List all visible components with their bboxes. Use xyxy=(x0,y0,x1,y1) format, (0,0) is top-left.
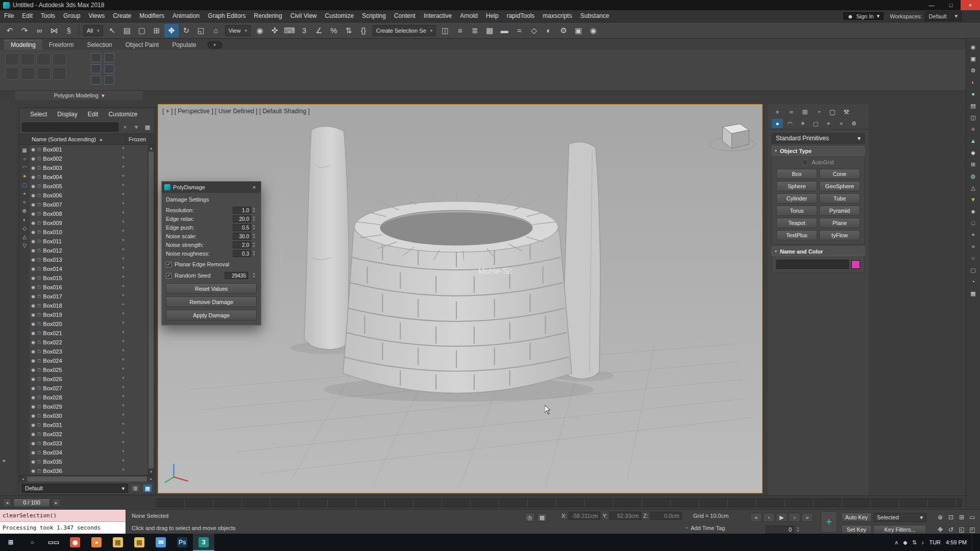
docked-icon-14[interactable]: ▼ xyxy=(969,195,977,204)
maximize-button[interactable]: □ xyxy=(941,0,961,10)
select-by-name-icon[interactable]: ▤ xyxy=(120,24,134,37)
frozen-toggle-icon[interactable]: * xyxy=(122,449,148,456)
zoom-extents-icon[interactable]: ⊡ xyxy=(946,513,956,522)
scene-object-row[interactable]: ◉ □ Box011 * xyxy=(30,237,148,246)
go-to-end-button[interactable]: » xyxy=(801,513,813,522)
scroll-left-icon[interactable]: ◂ xyxy=(19,477,27,481)
primitive-button[interactable]: Teapot xyxy=(776,218,817,228)
visibility-eye-icon[interactable]: ◉ xyxy=(31,349,35,354)
spinner-control[interactable]: ▴ ▾ xyxy=(251,233,257,239)
docked-icon-21[interactable]: ◔ xyxy=(969,278,977,286)
spinner-control[interactable]: ▴ ▾ xyxy=(251,207,257,213)
scene-explorer-toggle-icon[interactable]: ▦ xyxy=(482,24,497,37)
checkbox-unchecked-icon[interactable] xyxy=(802,160,808,165)
ribbon-tool-icon[interactable] xyxy=(53,67,66,80)
menu-item[interactable]: Interactive xyxy=(420,12,456,19)
material-editor-icon[interactable]: ◐ xyxy=(542,24,556,37)
autogrid-checkbox-row[interactable]: AutoGrid xyxy=(776,159,860,165)
add-time-tag[interactable]: Add Time Tag xyxy=(691,525,725,531)
menu-item[interactable]: Arnold xyxy=(456,12,482,19)
coordinate-system-dropdown[interactable]: View▾ xyxy=(225,25,251,36)
ribbon-mini-icon[interactable] xyxy=(91,64,101,73)
visibility-eye-icon[interactable]: ◉ xyxy=(31,441,35,446)
selection-filter-dropdown[interactable]: All▾ xyxy=(83,25,103,36)
viewcube[interactable] xyxy=(709,124,756,151)
frozen-toggle-icon[interactable]: * xyxy=(122,256,148,263)
filter-systems-icon[interactable]: ⚙ xyxy=(21,208,28,214)
menu-item[interactable]: Civil View xyxy=(286,12,321,19)
menu-item[interactable]: Customize xyxy=(321,12,358,19)
primitive-category-dropdown[interactable]: Standard Primitives ▾ xyxy=(772,133,865,143)
primitive-button[interactable]: Plane xyxy=(819,218,860,228)
docked-icon-09[interactable]: ▲ xyxy=(969,137,977,145)
dialog-button[interactable]: Apply Damage xyxy=(166,310,257,320)
visibility-eye-icon[interactable]: ◉ xyxy=(31,358,35,363)
visibility-eye-icon[interactable]: ◉ xyxy=(31,367,35,372)
docked-icon-02[interactable]: ▣ xyxy=(969,55,977,63)
scene-object-row[interactable]: ◉ □ Box034 * xyxy=(30,448,148,457)
auto-key-button[interactable]: Auto Key xyxy=(841,513,872,522)
menu-item[interactable]: rapidTools xyxy=(503,12,539,19)
visibility-eye-icon[interactable]: ◉ xyxy=(31,156,35,161)
frozen-toggle-icon[interactable]: * xyxy=(122,284,148,291)
dialog-button[interactable]: Remove Damage xyxy=(166,296,257,307)
scene-object-row[interactable]: ◉ □ Box008 * xyxy=(30,209,148,218)
rectangular-selection-icon[interactable]: ▢ xyxy=(135,24,149,37)
scene-object-row[interactable]: ◉ □ Box024 * xyxy=(30,356,148,365)
filter-helpers-icon[interactable]: ⌖ xyxy=(21,190,28,197)
frozen-toggle-icon[interactable]: * xyxy=(122,366,148,373)
docked-icon-01[interactable]: ◉ xyxy=(969,43,977,51)
visibility-eye-icon[interactable]: ◉ xyxy=(31,211,35,216)
ribbon-toggle-icon[interactable]: ▬ xyxy=(497,24,511,37)
primitive-button[interactable]: TextPlus xyxy=(776,230,817,240)
scene-object-row[interactable]: ◉ □ Box006 * xyxy=(30,191,148,200)
primitive-button[interactable]: Tube xyxy=(819,193,860,204)
select-and-place-icon[interactable]: ⌂ xyxy=(209,24,223,37)
listener-macro-line[interactable]: clearSelection() xyxy=(0,510,126,522)
polygon-modeling-panel-title[interactable]: Polygon Modeling ▾ xyxy=(15,91,143,100)
previous-frame-arrow[interactable]: ◂ xyxy=(3,498,11,507)
close-icon[interactable]: × xyxy=(250,183,258,191)
visibility-eye-icon[interactable]: ◉ xyxy=(31,422,35,428)
docked-icon-04[interactable]: ◐ xyxy=(969,78,977,86)
value-field[interactable]: 1.0 xyxy=(233,207,251,214)
scene-object-row[interactable]: ◉ □ Box017 * xyxy=(30,292,148,301)
object-name-input[interactable] xyxy=(776,260,849,269)
scene-object-row[interactable]: ◉ □ Box021 * xyxy=(30,329,148,338)
rollout-header[interactable]: ▾ Name and Color xyxy=(772,246,865,256)
filter-containers-icon[interactable]: △ xyxy=(21,234,28,240)
primitive-button[interactable]: Sphere xyxy=(776,181,817,191)
visibility-eye-icon[interactable]: ◉ xyxy=(31,193,35,198)
frozen-toggle-icon[interactable]: * xyxy=(122,348,148,355)
filter-geometry-icon[interactable]: ○ xyxy=(21,156,28,162)
bind-to-space-warp-icon[interactable]: § xyxy=(62,24,76,37)
display-tab-icon[interactable]: ▢ xyxy=(827,107,838,117)
menu-item[interactable]: Substance xyxy=(576,12,614,19)
curve-editor-icon[interactable]: ≈ xyxy=(512,24,526,37)
scroll-down-icon[interactable]: ▾ xyxy=(150,469,152,475)
scene-object-row[interactable]: ◉ □ Box033 * xyxy=(30,439,148,448)
lights-category-icon[interactable]: ☀ xyxy=(797,119,808,128)
maximize-viewport-icon[interactable]: ◰ xyxy=(967,525,977,534)
minimize-button[interactable]: — xyxy=(922,0,941,10)
visibility-eye-icon[interactable]: ◉ xyxy=(31,321,35,327)
clear-search-icon[interactable]: × xyxy=(120,122,130,132)
filter-lights-icon[interactable]: ☀ xyxy=(21,173,28,180)
frozen-toggle-icon[interactable]: * xyxy=(122,238,148,245)
visibility-eye-icon[interactable]: ◉ xyxy=(31,331,35,336)
filter-xrefs-icon[interactable]: ▽ xyxy=(21,242,28,249)
shapes-category-icon[interactable]: ◠ xyxy=(785,119,796,128)
redo-icon[interactable]: ↷ xyxy=(17,24,32,37)
spinner-control[interactable]: ▴ ▾ xyxy=(251,224,257,231)
select-and-scale-icon[interactable]: ◱ xyxy=(194,24,208,37)
tray-expand-icon[interactable]: ∧ xyxy=(894,539,898,546)
frozen-toggle-icon[interactable]: * xyxy=(122,229,148,236)
selection-lock-icon[interactable]: ▩ xyxy=(537,513,547,522)
visibility-eye-icon[interactable]: ◉ xyxy=(31,432,35,437)
planar-edge-removal-row[interactable]: ✓ Planar Edge Removal xyxy=(166,260,257,269)
scene-explorer-search-input[interactable] xyxy=(22,122,118,132)
ribbon-tool-icon[interactable] xyxy=(37,53,51,65)
menu-item[interactable]: Animation xyxy=(168,12,204,19)
angle-snap-icon[interactable]: ∠ xyxy=(312,24,326,37)
visibility-eye-icon[interactable]: ◉ xyxy=(31,230,35,235)
